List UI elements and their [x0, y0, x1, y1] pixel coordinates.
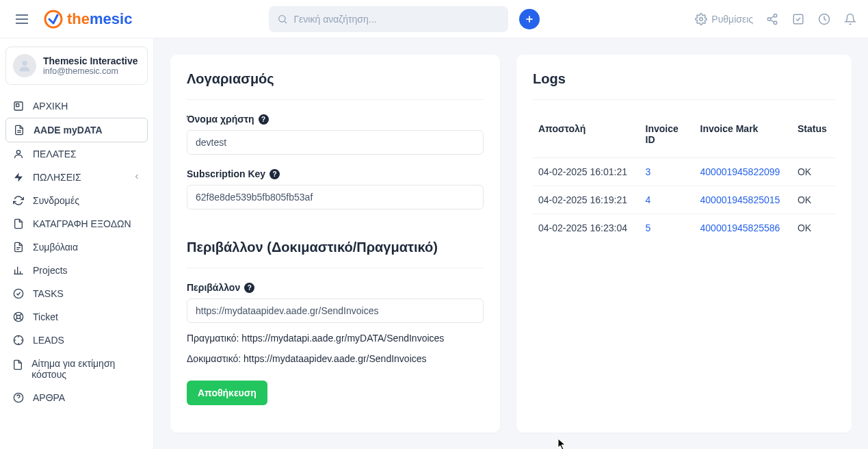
invoice-id-link[interactable]: 5 [646, 222, 651, 233]
sidebar-item-sales[interactable]: ΠΩΛΗΣΕΙΣ [5, 166, 148, 189]
gear-icon [695, 13, 707, 25]
sidebar-item-label: Αίτημα για εκτίμηση κόστους [31, 358, 141, 380]
svg-point-3 [45, 11, 62, 27]
col-invoice-id: Invoice ID [640, 116, 695, 158]
subkey-group: Subscription Key ? [187, 168, 484, 209]
sidebar-item-label: Projects [33, 265, 68, 276]
settings-link[interactable]: Ρυθμίσεις [695, 13, 753, 25]
document-icon [13, 125, 25, 136]
environment-input[interactable] [187, 298, 484, 323]
logo-text: themesic [67, 10, 132, 28]
question-circle-icon [12, 392, 25, 403]
svg-rect-18 [16, 104, 19, 107]
save-button[interactable]: Αποθήκευση [187, 381, 267, 405]
cell-sent: 04-02-2025 16:23:04 [533, 214, 640, 242]
svg-marker-22 [14, 172, 23, 181]
notifications-button[interactable] [843, 12, 857, 26]
svg-point-21 [16, 151, 20, 154]
user-card[interactable]: Themesic Interactive info@themesic.com [5, 47, 148, 85]
check-square-icon [792, 13, 804, 25]
svg-point-29 [14, 289, 23, 298]
invoice-mark-link[interactable]: 400001945825015 [700, 194, 780, 205]
checkbox-button[interactable] [791, 12, 805, 26]
share-icon [766, 13, 778, 25]
sidebar-item-label: TASKS [33, 288, 64, 299]
table-row: 04-02-2025 16:19:21 4 400001945825015 OK [533, 186, 835, 214]
search-icon [277, 14, 288, 25]
logs-heading: Logs [533, 71, 835, 100]
cell-status: OK [792, 158, 835, 186]
environment-heading: Περιβάλλον (Δοκιμαστικό/Πραγματικό) [187, 240, 484, 268]
bar-chart-icon [12, 265, 25, 276]
sidebar-item-leads[interactable]: LEADS [5, 329, 148, 352]
sidebar-item-aade-mydata[interactable]: AADE myDATA [5, 118, 148, 142]
invoice-id-link[interactable]: 4 [646, 194, 651, 205]
logs-card: Logs Αποστολή Invoice ID Invoice Mark St… [516, 55, 852, 433]
sidebar-item-estimate-request[interactable]: Αίτημα για εκτίμηση κόστους [5, 352, 148, 386]
sidebar-item-label: ΠΕΛΑΤΕΣ [33, 149, 77, 159]
sidebar-item-home[interactable]: ΑΡΧΙΚΗ [5, 94, 148, 118]
cell-status: OK [792, 214, 835, 242]
plus-icon [525, 14, 534, 24]
sidebar-item-expenses[interactable]: ΚΑΤΑΓΡΑΦΗ ΕΞΟΔΩΝ [5, 212, 148, 235]
sidebar: Themesic Interactive info@themesic.com Α… [0, 38, 154, 449]
check-circle-icon [12, 288, 25, 299]
share-button[interactable] [765, 12, 779, 26]
invoice-id-link[interactable]: 3 [646, 166, 651, 177]
svg-line-13 [770, 16, 774, 18]
sidebar-item-articles[interactable]: ΑΡΘΡΑ [5, 386, 148, 409]
sidebar-item-clients[interactable]: ΠΕΛΑΤΕΣ [5, 142, 148, 166]
sidebar-item-subscriptions[interactable]: Συνδρομές [5, 189, 148, 212]
sidebar-nav: ΑΡΧΙΚΗ AADE myDATA ΠΕΛΑΤΕΣ ΠΩΛΗΣΕΙΣ Συνδ… [5, 94, 148, 409]
table-row: 04-02-2025 16:23:04 5 400001945825586 OK [533, 214, 835, 242]
help-icon[interactable]: ? [244, 283, 254, 293]
file-icon [12, 218, 25, 229]
chevron-left-icon [133, 172, 141, 183]
user-icon [17, 58, 32, 73]
invoice-mark-link[interactable]: 400001945825586 [700, 222, 780, 233]
invoice-mark-link[interactable]: 400001945822099 [700, 166, 780, 177]
home-icon [12, 101, 25, 112]
sidebar-item-projects[interactable]: Projects [5, 259, 148, 282]
environment-group: Περιβάλλον ? [187, 282, 484, 323]
svg-line-32 [15, 313, 17, 316]
help-icon[interactable]: ? [269, 169, 280, 179]
logo-mark-icon [44, 10, 63, 29]
cell-sent: 04-02-2025 16:01:21 [533, 158, 640, 186]
svg-point-31 [16, 315, 20, 318]
clock-icon [818, 13, 830, 25]
help-icon[interactable]: ? [259, 114, 269, 125]
sidebar-item-tasks[interactable]: TASKS [5, 282, 148, 305]
menu-toggle-button[interactable] [11, 8, 33, 30]
svg-line-35 [15, 318, 17, 320]
hint-test: Δοκιμαστικό: https://mydataapidev.aade.g… [187, 353, 484, 364]
sidebar-item-contracts[interactable]: Συμβόλαια [5, 235, 148, 259]
add-button[interactable] [519, 9, 540, 29]
sidebar-item-label: LEADS [33, 335, 64, 346]
sidebar-item-label: ΠΩΛΗΣΕΙΣ [33, 172, 81, 183]
subkey-label: Subscription Key [187, 168, 265, 179]
subkey-input[interactable] [187, 185, 484, 209]
global-search[interactable] [269, 6, 508, 32]
svg-line-34 [20, 313, 22, 316]
svg-point-4 [279, 15, 285, 21]
col-sent: Αποστολή [533, 116, 640, 158]
logo[interactable]: themesic [44, 10, 132, 29]
life-ring-icon [12, 311, 25, 322]
cell-sent: 04-02-2025 16:19:21 [533, 186, 640, 214]
username-input[interactable] [187, 130, 484, 155]
sidebar-item-label: ΑΡΘΡΑ [33, 392, 65, 403]
history-button[interactable] [817, 12, 831, 26]
svg-point-8 [700, 17, 703, 21]
username-label: Όνομα χρήστη [187, 114, 254, 125]
search-input[interactable] [293, 14, 500, 25]
col-invoice-mark: Invoice Mark [695, 116, 792, 158]
avatar [13, 54, 36, 77]
sidebar-item-label: Ticket [33, 311, 58, 322]
user-name: Themesic Interactive [43, 55, 138, 66]
sidebar-item-ticket[interactable]: Ticket [5, 305, 148, 329]
main-content: Λογαριασμός Όνομα χρήστη ? Subscription … [154, 38, 868, 449]
svg-point-9 [774, 14, 777, 17]
svg-rect-14 [793, 14, 803, 24]
bell-icon [844, 13, 856, 25]
